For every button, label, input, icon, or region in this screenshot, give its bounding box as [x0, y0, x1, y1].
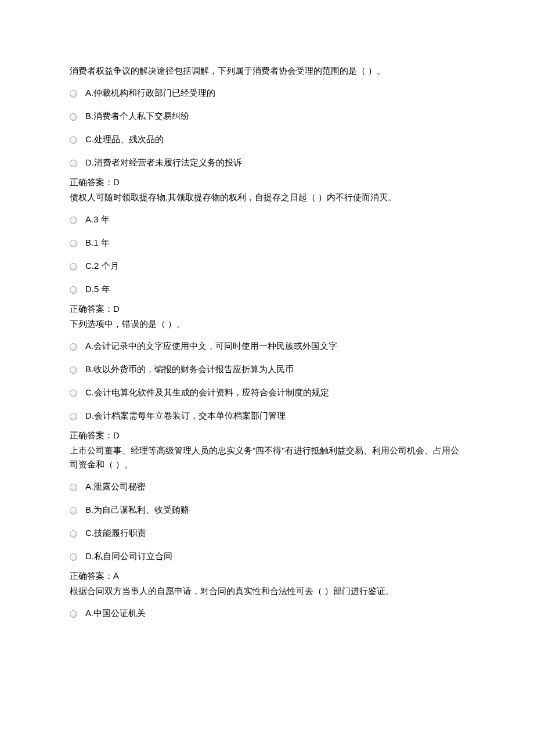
option-label: B.收以外货币的，编报的财务会计报告应折算为人民币 [85, 362, 294, 376]
option-label: C.会计电算化软件及其生成的会计资料，应符合会计制度的规定 [85, 386, 329, 399]
question-5: 根据合同双方当事人的自愿申请，对合同的真实性和合法性可去（ ）部门进行鉴证。 A… [70, 584, 464, 625]
option-label: A.会计记录中的文字应使用中文，可同时使用一种民族或外国文字 [85, 339, 337, 353]
radio-icon[interactable] [70, 484, 77, 491]
radio-icon[interactable] [70, 90, 77, 98]
question-prompt: 下列选项中，错误的是（ ）。 [70, 317, 464, 331]
option-label: D.5 年 [85, 282, 110, 296]
radio-icon[interactable] [70, 390, 77, 397]
radio-icon[interactable] [70, 413, 77, 420]
option-label: A.3 年 [85, 213, 110, 226]
radio-icon[interactable] [70, 113, 77, 121]
option-label: B.消费者个人私下交易纠纷 [85, 109, 189, 123]
question-prompt: 债权人可随时领取提存物,其领取提存物的权利，自提存之日起（ ）内不行使而消灭。 [70, 190, 464, 204]
radio-icon[interactable] [70, 366, 77, 374]
option-row[interactable]: A.3 年 [70, 208, 464, 231]
radio-icon[interactable] [70, 286, 77, 294]
option-label: D.私自同公司订立合同 [85, 549, 172, 563]
option-label: B.为自己谋私利、收受贿赂 [85, 503, 189, 517]
option-row[interactable]: A.泄露公司秘密 [70, 475, 464, 498]
option-row[interactable]: D.会计档案需每年立卷装订，交本单位档案部门管理 [70, 404, 464, 427]
option-label: B.1 年 [85, 236, 110, 250]
radio-icon[interactable] [70, 240, 77, 247]
option-row[interactable]: B.为自己谋私利、收受贿赂 [70, 498, 464, 521]
option-row[interactable]: D.5 年 [70, 278, 464, 301]
radio-icon[interactable] [70, 160, 77, 167]
option-row[interactable]: C.2 个月 [70, 254, 464, 278]
option-row[interactable]: A.仲裁机构和行政部门已经受理的 [70, 81, 464, 105]
question-prompt: 上市公司董事、经理等高级管理人员的忠实义务"四不得"有进行抵触利益交易、利用公司… [70, 444, 464, 471]
option-label: A.中国公证机关 [85, 606, 146, 620]
option-row[interactable]: D.消费者对经营者未履行法定义务的投诉 [70, 151, 464, 174]
option-row[interactable]: C.会计电算化软件及其生成的会计资料，应符合会计制度的规定 [70, 381, 464, 404]
option-row[interactable]: B.1 年 [70, 231, 464, 254]
radio-icon[interactable] [70, 343, 77, 351]
question-3: 下列选项中，错误的是（ ）。 A.会计记录中的文字应使用中文，可同时使用一种民族… [70, 317, 464, 442]
option-label: C.2 个月 [85, 259, 119, 273]
question-1: 消费者权益争议的解决途径包括调解，下列属于消费者协会受理的范围的是（ ）。 A.… [70, 64, 464, 189]
correct-answer: 正确答案：D [70, 175, 464, 189]
correct-answer: 正确答案：D [70, 302, 464, 316]
question-2: 债权人可随时领取提存物,其领取提存物的权利，自提存之日起（ ）内不行使而消灭。 … [70, 190, 464, 316]
option-label: A.仲裁机构和行政部门已经受理的 [85, 86, 215, 100]
question-prompt: 消费者权益争议的解决途径包括调解，下列属于消费者协会受理的范围的是（ ）。 [70, 64, 464, 78]
correct-answer: 正确答案：D [70, 429, 464, 442]
option-label: D.消费者对经营者未履行法定义务的投诉 [85, 156, 242, 170]
radio-icon[interactable] [70, 553, 77, 561]
option-label: D.会计档案需每年立卷装订，交本单位档案部门管理 [85, 409, 286, 423]
option-label: C.技能履行职责 [85, 526, 146, 540]
radio-icon[interactable] [70, 263, 77, 271]
question-4: 上市公司董事、经理等高级管理人员的忠实义务"四不得"有进行抵触利益交易、利用公司… [70, 444, 464, 583]
radio-icon[interactable] [70, 217, 77, 224]
radio-icon[interactable] [70, 610, 77, 618]
radio-icon[interactable] [70, 136, 77, 144]
radio-icon[interactable] [70, 530, 77, 538]
option-label: C.处理品、残次品的 [85, 132, 164, 146]
option-row[interactable]: A.会计记录中的文字应使用中文，可同时使用一种民族或外国文字 [70, 334, 464, 358]
option-row[interactable]: C.技能履行职责 [70, 521, 464, 545]
option-label: A.泄露公司秘密 [85, 480, 146, 494]
correct-answer: 正确答案：A [70, 569, 464, 583]
radio-icon[interactable] [70, 507, 77, 514]
option-row[interactable]: B.收以外货币的，编报的财务会计报告应折算为人民币 [70, 358, 464, 381]
option-row[interactable]: C.处理品、残次品的 [70, 128, 464, 151]
option-row[interactable]: B.消费者个人私下交易纠纷 [70, 105, 464, 128]
option-row[interactable]: A.中国公证机关 [70, 602, 464, 625]
question-prompt: 根据合同双方当事人的自愿申请，对合同的真实性和合法性可去（ ）部门进行鉴证。 [70, 584, 464, 598]
option-row[interactable]: D.私自同公司订立合同 [70, 545, 464, 568]
